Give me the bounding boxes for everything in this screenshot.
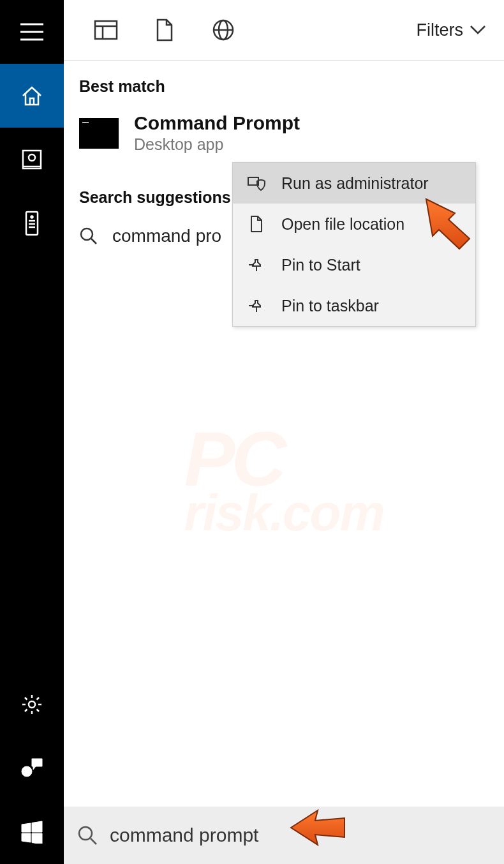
gear-icon — [20, 693, 43, 716]
sidebar-settings-button[interactable] — [0, 673, 64, 736]
photo-icon — [21, 149, 43, 170]
pin-icon — [246, 257, 267, 272]
result-command-prompt[interactable]: Command Prompt Desktop app — [79, 110, 489, 165]
shield-icon — [246, 175, 267, 191]
svg-line-20 — [91, 239, 96, 244]
main-panel: Filters PC risk.com Best match Command P… — [64, 0, 504, 864]
svg-line-22 — [91, 838, 96, 844]
start-search-panel: Filters PC risk.com Best match Command P… — [0, 0, 504, 864]
feedback-icon — [20, 757, 43, 779]
search-bar[interactable] — [64, 807, 504, 864]
result-title: Command Prompt — [134, 112, 300, 134]
svg-point-12 — [22, 766, 32, 777]
sidebar-remote-button[interactable] — [0, 191, 64, 255]
filters-label: Filters — [417, 20, 464, 40]
globe-icon — [212, 19, 235, 41]
menu-item-label: Open file location — [281, 215, 404, 234]
watermark: PC risk.com — [184, 415, 383, 542]
sidebar-home-button[interactable] — [0, 64, 64, 128]
svg-point-11 — [29, 701, 35, 708]
tab-web[interactable] — [200, 8, 246, 52]
result-subtitle: Desktop app — [134, 135, 300, 154]
svg-point-7 — [31, 216, 33, 218]
search-input[interactable] — [110, 824, 491, 846]
remote-icon — [25, 211, 39, 236]
tab-apps[interactable] — [83, 8, 129, 52]
best-match-label: Best match — [79, 77, 489, 96]
svg-point-4 — [29, 154, 35, 161]
home-icon — [20, 84, 43, 107]
menu-item-label: Run as administrator — [281, 174, 429, 193]
menu-item-label: Pin to Start — [281, 256, 360, 274]
filter-tabs-bar: Filters — [64, 0, 504, 61]
menu-pin-to-taskbar[interactable]: Pin to taskbar — [233, 285, 475, 326]
svg-point-19 — [81, 228, 93, 240]
pin-icon — [246, 298, 267, 313]
sidebar-start-button[interactable] — [0, 800, 64, 864]
file-icon — [246, 215, 267, 233]
menu-item-label: Pin to taskbar — [281, 297, 379, 315]
sidebar-feedback-button[interactable] — [0, 736, 64, 800]
chevron-down-icon — [470, 25, 486, 35]
svg-point-21 — [79, 827, 92, 840]
left-sidebar — [0, 0, 64, 864]
hamburger-icon — [20, 23, 43, 41]
menu-pin-to-start[interactable]: Pin to Start — [233, 244, 475, 285]
menu-run-as-administrator[interactable]: Run as administrator — [233, 163, 475, 204]
svg-rect-13 — [95, 21, 117, 39]
context-menu: Run as administrator Open file location … — [232, 162, 476, 327]
document-icon — [155, 19, 174, 41]
apps-icon — [94, 20, 118, 40]
windows-icon — [20, 821, 43, 844]
tab-documents[interactable] — [142, 8, 188, 52]
menu-open-file-location[interactable]: Open file location — [233, 204, 475, 244]
search-icon — [77, 824, 98, 846]
filters-dropdown[interactable]: Filters — [417, 20, 493, 40]
command-prompt-icon — [79, 118, 119, 149]
suggestion-text: command pro — [112, 226, 221, 246]
search-icon — [79, 227, 98, 246]
sidebar-menu-button[interactable] — [0, 0, 64, 64]
sidebar-photos-button[interactable] — [0, 128, 64, 191]
